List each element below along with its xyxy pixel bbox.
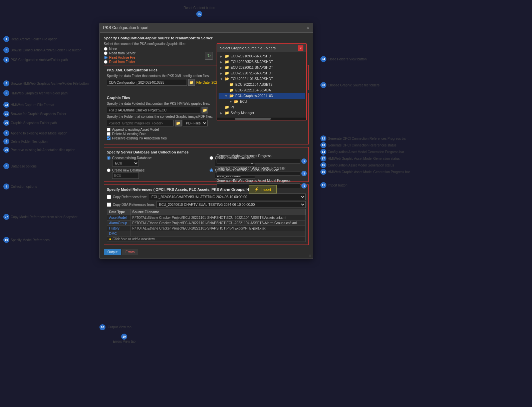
db-create-new-input[interactable]	[107, 168, 110, 172]
annot-27: 27Copy Model References from older Snaps…	[3, 214, 89, 220]
copy-dsa-checkbox[interactable]	[107, 202, 111, 207]
tree-item[interactable]: ▶📁ECU-20220723-SNAPSHOT	[219, 70, 305, 76]
tree-item[interactable]: 📁ECU-20221104-SCADA	[219, 87, 305, 93]
folder-tree-scrollbar[interactable]	[217, 117, 306, 120]
tree-folder-icon: 📁	[225, 54, 229, 58]
tab-output[interactable]: Output	[104, 249, 121, 255]
tree-item-label: ECU-20221104-ASSETS	[235, 83, 273, 86]
config-asset-progress-section: Generate Configuration Asset Model Progr…	[217, 166, 307, 176]
copy-dsa-label: Copy DSA References from:	[113, 203, 155, 207]
annot-9: 9Collection options	[3, 183, 89, 189]
tree-chevron: ▶	[220, 111, 223, 115]
reset-content-annotation: Reset Content button 25	[184, 6, 215, 17]
refresh-button[interactable]: ↻	[205, 52, 213, 60]
table-cell-type: History	[107, 226, 130, 231]
tree-item[interactable]: ▶📁Safety Manager	[219, 110, 305, 116]
db-section-title: Specify Server Database and Collection n…	[107, 150, 306, 154]
db-create-input[interactable]	[112, 172, 139, 179]
tree-item-label: ECU-20210903-SNAPSHOT	[231, 54, 273, 58]
model-refs-info-button[interactable]: ℹ	[301, 158, 307, 164]
tree-item[interactable]: 📁ECU-20221104-ASSETS	[219, 82, 305, 87]
tree-item[interactable]: ▶📁ECU-20210903-SNAPSHOT	[219, 53, 305, 59]
annot-23: 23Choose Graphic Source file folders	[320, 82, 410, 88]
checkbox-append-input[interactable]	[107, 128, 110, 131]
checkbox-delete-input[interactable]	[107, 132, 110, 136]
badge-1: 1	[3, 36, 9, 42]
import-label: Import	[261, 187, 271, 191]
col-type-header: Data Type	[107, 209, 130, 215]
tree-item[interactable]: ▶📁ECU-20220523-SNAPSHOT	[219, 59, 305, 65]
checkbox-preserve-input[interactable]	[107, 136, 110, 140]
bottom-annotations: 18 Output View tab	[99, 324, 131, 330]
annot-9-text: Collection options	[11, 185, 37, 188]
annot-22: 22HMIWeb Capture File Format	[3, 102, 89, 108]
db-create-input-row	[112, 172, 203, 179]
tree-item[interactable]: ▼📂ECU	[219, 99, 305, 104]
add-item-row[interactable]: ■Click here to add a new item...	[107, 237, 306, 242]
collection-choose-input[interactable]	[210, 156, 213, 160]
resize-handle[interactable]: ⠿	[309, 254, 311, 258]
tree-item-label: Safety Manager	[231, 111, 254, 115]
db-create-new-radio[interactable]: Create new Database:	[107, 168, 203, 172]
badge-12: 12	[320, 135, 326, 141]
radio-folder-label: Read from Folder	[109, 60, 135, 64]
radio-server-input[interactable]	[104, 51, 107, 55]
radio-server-label: Read from Server	[109, 51, 136, 55]
pks-xml-browse-button[interactable]: 📁	[188, 79, 195, 86]
badge-22: 22	[3, 102, 9, 108]
tree-item-label: ECU-20220611-SNAPSHOT	[231, 66, 273, 69]
badge-24: 24	[320, 56, 326, 62]
annot-7: 7Append to existing Asset Model option	[3, 130, 89, 136]
pdf-files-dropdown[interactable]: PDF Files	[183, 120, 208, 126]
pks-xml-path-input[interactable]	[107, 79, 187, 86]
graphic-folders-close-button[interactable]: ×	[298, 45, 303, 51]
tree-item-label: ECU-Graphics-20221103	[235, 94, 273, 98]
db-choose-existing-input[interactable]	[107, 156, 110, 160]
tree-item[interactable]: ▶📁ECU-20220611-SNAPSHOT	[219, 65, 305, 70]
graphic-files-browse-button[interactable]: 📁	[202, 107, 208, 113]
hmiweb-progress-label: Generate HMIWeb Graphic Asset Model Prog…	[217, 179, 307, 182]
tree-item[interactable]: ▼📂ECU-20221101-SNAPSHOT	[219, 76, 305, 82]
radio-none-label: None	[109, 47, 117, 51]
radio-archive-input[interactable]	[104, 56, 107, 59]
tree-item[interactable]: ▼📂ECU-Graphics-20221103	[219, 93, 305, 99]
tab-errors[interactable]: Errors	[122, 249, 138, 255]
copy-refs-checkbox[interactable]	[107, 195, 111, 199]
hmiweb-info-button[interactable]: ℹ	[301, 183, 307, 188]
radio-none-input[interactable]	[104, 47, 107, 51]
config-asset-info-button[interactable]: ℹ	[301, 171, 307, 176]
annot-6: 6Delete Folder files option	[3, 138, 89, 144]
checkbox-append[interactable]: Append to existing Asset Model	[107, 128, 306, 131]
annot-6-text: Delete Folder files option	[11, 140, 48, 143]
badge-26: 26	[3, 147, 9, 153]
annot-4: 4Browse HMIWeb Graphics Archive/Folder F…	[3, 80, 89, 86]
tree-item-label: ECU-20220523-SNAPSHOT	[231, 60, 273, 64]
annot-27-text: Copy Model References from older Snapsho…	[11, 215, 77, 219]
copy-dsa-dropdown[interactable]: ECU_20240610-CHARTVISUAL-TESTING 2024-06…	[157, 201, 306, 208]
left-annotations: 1Read Archive/Folder File option 2Browse…	[3, 36, 89, 243]
graphic-image-path-row: 📁 PDF Files	[107, 120, 306, 126]
checkbox-preserve[interactable]: Preserve existing Ink Annotation files	[107, 136, 306, 140]
db-existing-dropdown[interactable]: ECU	[112, 160, 139, 166]
db-choose-existing-radio[interactable]: Choose existing Database:	[107, 156, 203, 160]
copy-refs-dropdown[interactable]: ECU_20240610-CHARTVISUAL-TESTING 2024-06…	[149, 193, 306, 200]
add-item-cell[interactable]: ■Click here to add a new item...	[107, 237, 306, 242]
badge-16: 16	[320, 169, 326, 175]
tree-folder-icon: 📂	[225, 77, 229, 81]
checkbox-append-label: Append to existing Asset Model	[112, 128, 159, 131]
db-choose-existing-label: Choose existing Database:	[112, 156, 152, 160]
tree-item[interactable]: 📁PI	[219, 104, 305, 110]
collection-create-input[interactable]	[210, 168, 213, 172]
copy-dsa-row: Copy DSA References from: ECU_20240610-C…	[107, 201, 306, 208]
annot-8-text: Database options	[11, 164, 37, 168]
checkbox-preserve-label: Preserve existing Ink Annotation files	[112, 136, 167, 140]
graphic-files-path-input[interactable]	[107, 107, 200, 113]
dialog-close-button[interactable]: ×	[307, 25, 309, 30]
radio-folder-input[interactable]	[104, 60, 107, 64]
tab-errors-label: Errors	[125, 250, 135, 254]
graphic-image-path-input[interactable]	[107, 120, 174, 126]
checkbox-delete[interactable]: Delete All existing Data	[107, 132, 306, 136]
import-button[interactable]: ⚡ Import	[249, 185, 277, 193]
graphic-image-browse-button[interactable]: 📁	[175, 120, 182, 126]
annot-24: 24Close Folders View button	[320, 56, 410, 62]
